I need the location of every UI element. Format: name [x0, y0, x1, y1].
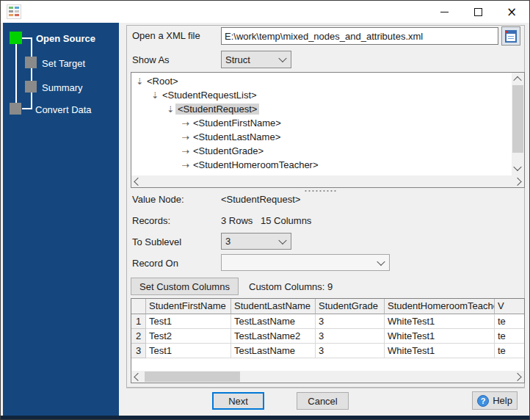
- records-columns-value: 15 Columns: [261, 215, 311, 226]
- expand-right-icon[interactable]: ⇢: [181, 132, 191, 142]
- next-button[interactable]: Next: [212, 392, 264, 410]
- tree-node-label[interactable]: <Root>: [145, 76, 181, 87]
- step-indicator-convert-data: [10, 103, 21, 115]
- tree-node[interactable]: ⇢ <StudentHomeroomTeacher>: [131, 158, 512, 172]
- set-custom-columns-label: Set Custom Columns: [139, 281, 230, 292]
- expand-down-icon[interactable]: ⇣: [134, 76, 145, 87]
- to-sublevel-label: To Sublevel: [132, 236, 181, 247]
- maximize-button[interactable]: [462, 1, 494, 23]
- tree-node-label[interactable]: <StudentGrade>: [191, 145, 266, 156]
- table-row[interactable]: 2 Test2 TestLastName2 3 WhiteTest1 te: [131, 329, 524, 344]
- table-header-row: StudentFirstName StudentLastName Student…: [131, 299, 524, 314]
- step-label-convert-data: Convert Data: [35, 104, 92, 115]
- record-on-select[interactable]: [221, 254, 390, 271]
- expand-down-icon[interactable]: ⇣: [165, 104, 175, 115]
- app-icon-block: [15, 14, 19, 16]
- close-button[interactable]: ×: [495, 1, 528, 23]
- table-cell[interactable]: WhiteTest1: [385, 329, 495, 344]
- row-number-cell[interactable]: 3: [131, 344, 146, 358]
- row-number-header[interactable]: [131, 299, 146, 314]
- scroll-down-button[interactable]: [512, 164, 524, 175]
- xml-tree[interactable]: ⇣ <Root> ⇣ <StudentRequestList> ⇣ <Stude…: [131, 72, 525, 188]
- table-cell[interactable]: 3: [316, 314, 385, 329]
- column-header[interactable]: V: [495, 299, 524, 314]
- column-header[interactable]: StudentGrade: [316, 299, 385, 314]
- expand-right-icon[interactable]: ⇢: [181, 118, 191, 128]
- chevron-right-icon: [513, 373, 521, 381]
- tree-vscroll-thumb[interactable]: [512, 85, 523, 153]
- app-icon-block: [15, 10, 19, 12]
- footer-separator: [126, 388, 525, 388]
- table-cell[interactable]: TestLastName: [231, 314, 316, 329]
- table-cell[interactable]: Test1: [146, 314, 231, 329]
- table-row[interactable]: 1 Test1 TestLastName 3 WhiteTest1 te: [131, 314, 524, 329]
- show-as-select[interactable]: Struct: [221, 51, 291, 68]
- scroll-up-button[interactable]: [512, 73, 524, 84]
- table-cell[interactable]: Test1: [146, 344, 231, 358]
- tree-node[interactable]: ⇢ <StudentFirstName>: [131, 116, 512, 130]
- show-as-label: Show As: [132, 54, 170, 65]
- cancel-button[interactable]: Cancel: [297, 392, 349, 410]
- table-cell[interactable]: TestLastName: [231, 344, 316, 358]
- table-cell[interactable]: WhiteTest1: [385, 314, 495, 329]
- chevron-down-icon: [278, 236, 286, 244]
- value-node-label: Value Node:: [132, 194, 184, 205]
- column-header[interactable]: StudentHomeroomTeacher: [385, 299, 495, 314]
- file-path-input[interactable]: [221, 27, 498, 45]
- minimize-button[interactable]: [428, 1, 460, 23]
- step-label-summary: Summary: [42, 82, 83, 93]
- open-file-icon: [505, 30, 517, 43]
- chevron-down-icon: [278, 54, 286, 62]
- expand-right-icon[interactable]: ⇢: [181, 160, 191, 170]
- app-icon-block: [9, 7, 13, 9]
- tree-node-label[interactable]: <StudentRequest>: [175, 104, 259, 115]
- browse-button[interactable]: [501, 26, 520, 46]
- table-horizontal-scrollbar[interactable]: [131, 371, 524, 383]
- table-cell[interactable]: WhiteTest1: [385, 344, 495, 358]
- tree-node-label[interactable]: <StudentFirstName>: [191, 117, 283, 128]
- expand-down-icon[interactable]: ⇣: [150, 90, 160, 101]
- to-sublevel-select[interactable]: 3: [221, 233, 291, 250]
- table-cell[interactable]: TestLastName2: [231, 329, 316, 344]
- row-number-cell[interactable]: 1: [131, 314, 146, 329]
- column-header[interactable]: StudentFirstName: [146, 299, 231, 314]
- table-hscroll-thumb[interactable]: [145, 372, 240, 382]
- step-indicator-summary: [25, 81, 37, 93]
- tree-node[interactable]: ⇣ <Root>: [131, 74, 512, 88]
- table-cell[interactable]: 3: [316, 344, 385, 358]
- step-indicator-set-target: [25, 57, 37, 68]
- tree-node[interactable]: ⇣ <StudentRequestList>: [131, 88, 512, 102]
- xml-tree-rows: ⇣ <Root> ⇣ <StudentRequestList> ⇣ <Stude…: [131, 74, 512, 175]
- column-header[interactable]: StudentLastName: [231, 299, 316, 314]
- table-row[interactable]: 3 Test1 TestLastName 3 WhiteTest1 te: [131, 344, 524, 358]
- tree-vertical-scrollbar[interactable]: [512, 73, 524, 175]
- main-pane: Open a XML file Show As Struct ⇣ <Root> …: [119, 23, 530, 416]
- chevron-right-icon: [513, 178, 521, 186]
- preview-table: StudentFirstName StudentLastName Student…: [131, 298, 525, 383]
- expand-right-icon[interactable]: ⇢: [181, 146, 191, 156]
- step-indicator-open-source: [10, 32, 22, 44]
- tree-node[interactable]: ⇢ <StudentGrade>: [131, 144, 512, 158]
- records-rows-value: 3 Rows: [221, 215, 253, 226]
- splitter-handle[interactable]: [304, 189, 336, 192]
- row-number-cell[interactable]: 2: [131, 329, 146, 344]
- table-cell[interactable]: te: [495, 329, 524, 344]
- to-sublevel-value: 3: [225, 236, 230, 247]
- tree-node-label[interactable]: <StudentHomeroomTeacher>: [191, 159, 321, 170]
- table-cell[interactable]: Test2: [146, 329, 231, 344]
- cancel-button-label: Cancel: [308, 396, 337, 407]
- tree-node-label[interactable]: <StudentLastName>: [191, 131, 283, 142]
- tree-node-selected[interactable]: ⇣ <StudentRequest>: [131, 102, 512, 116]
- table-cell[interactable]: te: [495, 344, 524, 358]
- custom-columns-count: Custom Columns: 9: [249, 281, 333, 292]
- table-cell[interactable]: te: [495, 314, 524, 329]
- help-button[interactable]: ? Help: [472, 391, 518, 410]
- close-icon: ×: [507, 6, 517, 18]
- table-cell[interactable]: 3: [316, 329, 385, 344]
- tree-node[interactable]: ⇢ <StudentLastName>: [131, 130, 512, 144]
- tree-node-label[interactable]: <StudentRequestList>: [160, 90, 259, 101]
- step-connector-line: [22, 108, 32, 109]
- tree-horizontal-scrollbar[interactable]: [131, 175, 524, 187]
- set-custom-columns-button[interactable]: Set Custom Columns: [131, 278, 239, 295]
- help-icon: ?: [477, 395, 489, 407]
